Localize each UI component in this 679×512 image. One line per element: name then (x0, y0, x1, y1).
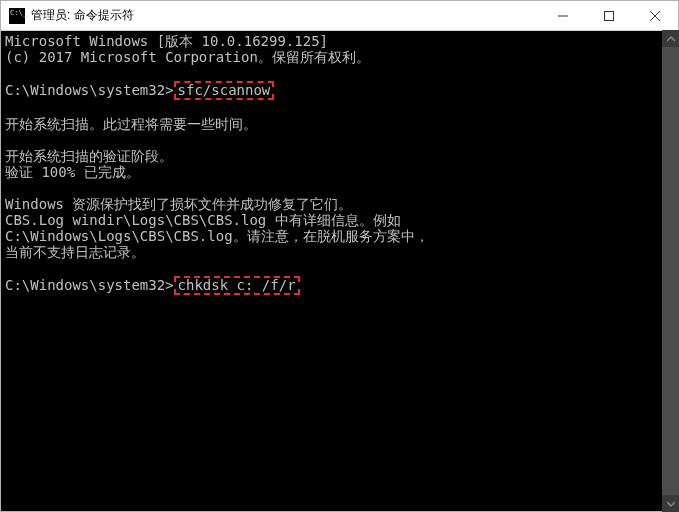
terminal-line: Windows 资源保护找到了损坏文件并成功修复了它们。 (5, 196, 352, 212)
terminal-line: Microsoft Windows [版本 10.0.16299.125] (5, 33, 328, 49)
window-controls (540, 1, 678, 30)
minimize-button[interactable] (540, 1, 586, 30)
titlebar[interactable]: 管理员: 命令提示符 (1, 1, 678, 31)
scroll-up-button[interactable] (662, 30, 679, 47)
minimize-icon (558, 11, 568, 21)
cmd-window: 管理员: 命令提示符 Microsoft Windows [版本 10.0.16… (0, 0, 679, 512)
terminal-line: (c) 2017 Microsoft Corporation。保留所有权利。 (5, 49, 370, 65)
svg-rect-1 (605, 11, 614, 20)
terminal-prompt: C:\Windows\system32> (5, 277, 174, 293)
chevron-down-icon (667, 500, 675, 508)
scrollbar-track[interactable] (662, 47, 679, 495)
close-icon (650, 11, 660, 21)
scroll-down-button[interactable] (662, 495, 679, 512)
highlighted-command: sfc/scannow (174, 81, 275, 100)
terminal-area[interactable]: Microsoft Windows [版本 10.0.16299.125] (c… (1, 31, 678, 511)
terminal-line: 开始系统扫描。此过程将需要一些时间。 (5, 116, 257, 132)
window-title: 管理员: 命令提示符 (31, 7, 540, 24)
close-button[interactable] (632, 1, 678, 30)
terminal-prompt: C:\Windows\system32> (5, 82, 174, 98)
terminal-line: 验证 100% 已完成。 (5, 164, 140, 180)
scrollbar-thumb[interactable] (662, 47, 679, 495)
terminal-line: 当前不支持日志记录。 (5, 244, 145, 260)
terminal-line: C:\Windows\Logs\CBS\CBS.log。请注意，在脱机服务方案中… (5, 228, 429, 244)
terminal-line: 开始系统扫描的验证阶段。 (5, 148, 173, 164)
maximize-button[interactable] (586, 1, 632, 30)
chevron-up-icon (667, 35, 675, 43)
vertical-scrollbar[interactable] (662, 30, 679, 512)
terminal-line: CBS.Log windir\Logs\CBS\CBS.log 中有详细信息。例… (5, 212, 401, 228)
highlighted-command: chkdsk c: /f/r (174, 276, 300, 295)
cmd-icon (9, 8, 25, 24)
maximize-icon (604, 11, 614, 21)
